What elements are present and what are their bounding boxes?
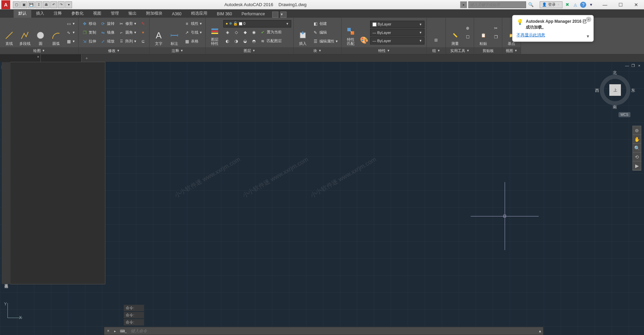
mirror-button[interactable]: ⇋镜像 [99, 29, 116, 37]
copy-clip-icon[interactable]: ❐ [492, 33, 500, 41]
panel-properties-title[interactable]: 特性▼ [342, 47, 427, 54]
tab-manage[interactable]: 管理 [106, 9, 124, 18]
cut-icon[interactable]: ✂ [492, 24, 500, 32]
trim-button[interactable]: ✂修剪▾ [117, 20, 138, 28]
palette-sidebar[interactable]: 工具选项板 [2, 62, 11, 284]
cmd-scroll-up-icon[interactable]: ▴ [537, 329, 543, 333]
circle-button[interactable]: 圆 [33, 19, 48, 46]
tab-featured[interactable]: 精选应用 [186, 9, 212, 18]
cmd-recent-icon[interactable]: ▸ [112, 329, 118, 333]
tab-a360[interactable]: A360 [167, 10, 186, 18]
rotate-button[interactable]: ⟳旋转 [99, 20, 116, 28]
layer-selector[interactable]: ● ❄ 🔓 0 ▼ [223, 20, 291, 28]
util1-icon[interactable]: ⊕ [464, 24, 472, 32]
wcs-badge[interactable]: WCS [619, 112, 630, 117]
util2-icon[interactable]: ☐ [464, 33, 472, 41]
layer-t8-icon[interactable]: ◓ [250, 37, 258, 45]
tab-view[interactable]: 视图 [88, 9, 106, 18]
hatch-button[interactable]: ▦▾ [65, 37, 76, 46]
viewcube[interactable]: 上 北 南 东 西 [596, 71, 634, 109]
nav-showmotion-icon[interactable]: ▶ [633, 161, 641, 170]
viewcube-top-face[interactable]: 上 [609, 84, 621, 96]
tool-palette[interactable]: 工具选项板 [10, 62, 105, 284]
array-button[interactable]: ⠿阵列▾ [117, 37, 138, 46]
help-icon[interactable]: ? [580, 2, 586, 8]
offset-button[interactable]: ⊆ [139, 37, 147, 46]
linetype-button[interactable]: ≡线性▾ [183, 20, 203, 28]
nav-wheel-icon[interactable]: ⊚ [633, 126, 641, 135]
exchange-icon[interactable]: ✖ [564, 1, 571, 8]
drawing-area[interactable]: × ＋ — ❐ × [-][俯视] ⊞✕ 工具选项板 小小软件迷 www.xxr… [0, 54, 644, 335]
ribbon-extra1-icon[interactable] [272, 12, 278, 18]
move-button[interactable]: ✥移动 [81, 20, 98, 28]
layer-t2-icon[interactable]: ◇ [232, 28, 240, 36]
layer-t6-icon[interactable]: ◑ [232, 37, 240, 45]
qat-print-icon[interactable]: 🖶 [43, 1, 50, 8]
search-input[interactable] [468, 1, 526, 8]
balloon-arrow-icon[interactable]: ▼ [586, 34, 590, 39]
block-edit-button[interactable]: ✎编辑 [311, 29, 339, 37]
stretch-button[interactable]: ⇲拉伸 [81, 37, 98, 46]
scale-button[interactable]: ⤢缩放 [99, 37, 116, 46]
viewcube-south[interactable]: 南 [613, 104, 617, 110]
layer-t7-icon[interactable]: ◒ [241, 37, 249, 45]
qat-saveas-icon[interactable]: ↧ [35, 1, 42, 8]
copy-button[interactable]: ❐复制 [81, 29, 98, 37]
nav-zoom-icon[interactable]: 🔍 [633, 144, 641, 153]
line-button[interactable]: 直线 [2, 19, 16, 46]
panel-view-title[interactable]: 视图▼ [502, 47, 521, 54]
panel-group-title[interactable]: 组▼ [427, 47, 446, 54]
viewcube-east[interactable]: 东 [631, 88, 635, 93]
help-dropdown-icon[interactable]: ▾ [588, 1, 594, 8]
layer-current-button[interactable]: ✔置为当前 [259, 28, 283, 36]
spline-button[interactable]: ∿▾ [65, 29, 76, 37]
app-logo-icon[interactable]: A [1, 0, 10, 9]
leader-button[interactable]: ↗引线▾ [183, 29, 203, 37]
color-wheel-button[interactable]: 🎨 [359, 19, 369, 46]
qat-dropdown-icon[interactable]: ▾ [65, 1, 72, 8]
doc-close-icon[interactable]: × [637, 63, 642, 68]
block-insert-button[interactable]: 插入 [296, 19, 310, 46]
nav-pan-icon[interactable]: ✋ [633, 135, 641, 144]
balloon-dismiss-link[interactable]: 不再显示此消息 [517, 32, 545, 38]
search-arrow-icon[interactable]: ▸ [460, 1, 467, 8]
cmd-close-icon[interactable]: × [104, 329, 112, 333]
layer-match-button[interactable]: ≋匹配图层 [259, 37, 283, 45]
signin-button[interactable]: 👤 登录 ▼ [540, 1, 562, 8]
doc-restore-icon[interactable]: ❐ [630, 63, 636, 68]
erase-button[interactable]: ✎ [139, 20, 147, 28]
layer-t1-icon[interactable]: ◈ [223, 28, 231, 36]
layer-props-button[interactable]: 图层 特性 [208, 19, 222, 46]
block-create-button[interactable]: ◧创建 [311, 20, 339, 28]
fillet-button[interactable]: ⌐圆角▾ [117, 29, 138, 37]
color-selector[interactable]: ByLayer▼ [370, 21, 424, 28]
tab-parametric[interactable]: 参数化 [67, 9, 88, 18]
tab-annotate[interactable]: 注释 [49, 9, 67, 18]
panel-annotation-title[interactable]: 注释▼ [150, 47, 205, 54]
tab-close-icon[interactable]: × [37, 55, 39, 59]
text-button[interactable]: A文字 [152, 19, 166, 46]
ribbon-extra2-icon[interactable]: ▾ [280, 12, 286, 18]
qat-undo-icon[interactable]: ↶ [50, 1, 57, 8]
doc-minimize-icon[interactable]: — [624, 63, 630, 68]
polyline-button[interactable]: 多段线 [18, 19, 32, 46]
new-tab-button[interactable]: ＋ [82, 54, 92, 62]
measure-button[interactable]: 📏测量 [448, 19, 462, 46]
lineweight-selector[interactable]: — ByLayer▼ [370, 29, 424, 36]
command-input[interactable] [129, 329, 537, 333]
match-props-button[interactable]: 特性 匹配 [344, 19, 358, 46]
layer-t5-icon[interactable]: ◐ [223, 37, 231, 45]
panel-block-title[interactable]: 块▼ [294, 47, 341, 54]
paste-button[interactable]: 📋粘贴 [476, 19, 490, 46]
dimension-button[interactable]: 标注 [167, 19, 181, 46]
panel-layer-title[interactable]: 图层▼ [206, 47, 293, 54]
tab-addins[interactable]: 附加模块 [141, 9, 167, 18]
balloon-close-icon[interactable]: × [586, 17, 591, 22]
doc-tab-drawing1[interactable] [41, 54, 82, 62]
nav-orbit-icon[interactable]: ⟲ [633, 153, 641, 161]
maximize-button[interactable]: ☐ [613, 0, 628, 10]
tab-output[interactable]: 输出 [124, 9, 141, 18]
tab-insert[interactable]: 插入 [31, 9, 49, 18]
explode-button[interactable]: ✴ [139, 29, 147, 37]
search-icon[interactable]: 🔍 [527, 1, 534, 8]
